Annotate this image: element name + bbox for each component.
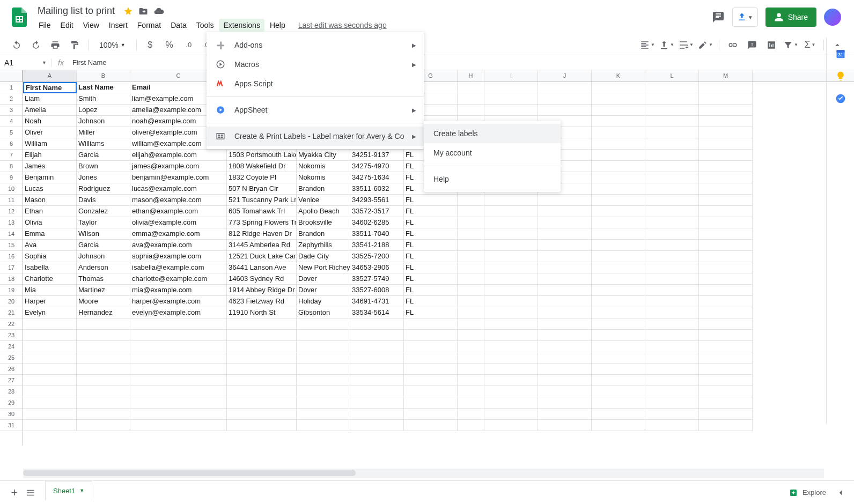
cell[interactable]: 34251-9137 xyxy=(350,150,404,161)
cell[interactable] xyxy=(297,375,350,386)
name-box[interactable]: A1▼ xyxy=(0,58,51,67)
cell[interactable] xyxy=(484,217,538,228)
cell[interactable] xyxy=(592,307,645,318)
cell[interactable] xyxy=(592,93,645,105)
cell[interactable] xyxy=(404,352,458,364)
cell[interactable]: New Port Richey xyxy=(297,262,350,273)
decrease-decimal-icon[interactable]: .0 xyxy=(181,37,197,53)
cell[interactable]: James xyxy=(23,161,77,172)
cell[interactable] xyxy=(592,262,645,273)
cell[interactable] xyxy=(592,240,645,251)
star-icon[interactable] xyxy=(123,6,133,16)
cell[interactable] xyxy=(458,364,484,375)
all-sheets-icon[interactable] xyxy=(23,485,39,501)
cell[interactable]: Olivia xyxy=(23,217,77,228)
cell[interactable] xyxy=(538,375,592,386)
cell[interactable] xyxy=(538,105,592,116)
cell[interactable]: FL xyxy=(404,240,458,251)
cell[interactable] xyxy=(538,386,592,397)
cell[interactable]: 33572-3517 xyxy=(350,206,404,217)
row-header[interactable]: 21 xyxy=(0,307,23,318)
calendar-icon[interactable]: 31 xyxy=(835,48,846,59)
cell[interactable] xyxy=(350,352,404,364)
col-header[interactable]: J xyxy=(538,70,592,81)
cell[interactable] xyxy=(484,397,538,409)
cell[interactable]: Taylor xyxy=(77,217,130,228)
cell[interactable] xyxy=(592,251,645,262)
cell[interactable] xyxy=(645,273,699,285)
cell[interactable] xyxy=(645,296,699,307)
cell[interactable] xyxy=(458,206,484,217)
cell[interactable] xyxy=(77,397,130,409)
cell[interactable] xyxy=(699,161,753,172)
row-header[interactable]: 22 xyxy=(0,318,23,330)
filter-icon[interactable]: ▼ xyxy=(783,37,799,53)
cell[interactable]: Ethan xyxy=(23,206,77,217)
cell[interactable]: 33511-7040 xyxy=(350,228,404,240)
cell[interactable]: 507 N Bryan Cir xyxy=(227,183,297,195)
cell[interactable]: 14603 Sydney Rd xyxy=(227,273,297,285)
row-header[interactable]: 14 xyxy=(0,228,23,240)
chevron-left-icon[interactable] xyxy=(833,485,849,501)
cell[interactable]: Charlotte xyxy=(23,273,77,285)
cell[interactable] xyxy=(592,296,645,307)
cell[interactable] xyxy=(592,330,645,341)
cell[interactable] xyxy=(458,420,484,431)
cell[interactable]: Elijah xyxy=(23,150,77,161)
cell[interactable] xyxy=(645,93,699,105)
cell[interactable]: evelyn@example.com xyxy=(130,307,227,318)
cell[interactable] xyxy=(404,386,458,397)
cell[interactable]: benjamin@example.com xyxy=(130,172,227,183)
comment-icon[interactable] xyxy=(744,37,760,53)
cell[interactable] xyxy=(130,386,227,397)
cell[interactable] xyxy=(592,375,645,386)
cell[interactable]: Brandon xyxy=(297,183,350,195)
cell[interactable] xyxy=(77,341,130,352)
cell[interactable] xyxy=(699,420,753,431)
menu-insert[interactable]: Insert xyxy=(105,19,132,32)
cell[interactable]: 33534-5614 xyxy=(350,307,404,318)
cell[interactable] xyxy=(484,352,538,364)
rotate-icon[interactable]: ▼ xyxy=(697,37,713,53)
cell[interactable] xyxy=(458,397,484,409)
cell[interactable] xyxy=(297,364,350,375)
col-header[interactable]: A xyxy=(23,70,77,81)
cell[interactable] xyxy=(227,341,297,352)
cell[interactable] xyxy=(538,240,592,251)
cell[interactable]: 11910 North St xyxy=(227,307,297,318)
cell[interactable] xyxy=(592,127,645,138)
sheet-tab[interactable]: Sheet1▼ xyxy=(45,481,92,500)
cell[interactable] xyxy=(227,397,297,409)
cell[interactable] xyxy=(699,273,753,285)
cell[interactable]: Lucas xyxy=(23,183,77,195)
cell[interactable] xyxy=(130,341,227,352)
cell[interactable] xyxy=(645,352,699,364)
sheets-logo[interactable] xyxy=(9,6,30,28)
cell[interactable]: Apollo Beach xyxy=(297,206,350,217)
cell[interactable] xyxy=(645,82,699,93)
cell[interactable]: Garcia xyxy=(77,150,130,161)
cell[interactable] xyxy=(538,262,592,273)
cell[interactable]: 605 Tomahawk Trl xyxy=(227,206,297,217)
cell[interactable] xyxy=(130,330,227,341)
cell[interactable] xyxy=(458,296,484,307)
row-header[interactable]: 1 xyxy=(0,82,23,93)
cell[interactable] xyxy=(23,364,77,375)
cell[interactable] xyxy=(699,409,753,420)
cell[interactable] xyxy=(538,251,592,262)
undo-icon[interactable] xyxy=(9,37,25,53)
cell[interactable] xyxy=(699,105,753,116)
cell[interactable] xyxy=(484,364,538,375)
cell[interactable]: William xyxy=(23,138,77,150)
cell[interactable]: Gonzalez xyxy=(77,206,130,217)
cell[interactable] xyxy=(538,285,592,296)
cell[interactable] xyxy=(484,206,538,217)
cell[interactable] xyxy=(538,195,592,206)
cell[interactable] xyxy=(645,420,699,431)
cell[interactable]: 1832 Coyote Pl xyxy=(227,172,297,183)
cell[interactable] xyxy=(23,318,77,330)
cell[interactable] xyxy=(227,318,297,330)
cell[interactable] xyxy=(645,127,699,138)
wrap-icon[interactable]: ▼ xyxy=(678,37,694,53)
cell[interactable] xyxy=(458,318,484,330)
